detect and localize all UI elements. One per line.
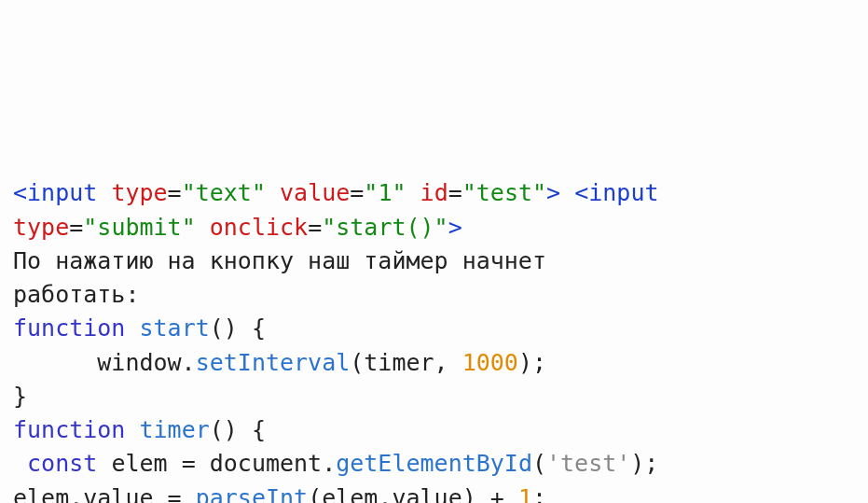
val-type-2: "submit": [83, 214, 195, 241]
obj-window: window.: [97, 349, 195, 376]
args-open-start: (timer,: [350, 349, 462, 376]
paren-open: (: [532, 450, 546, 477]
prose-line-1: По нажатию на кнопку наш таймер начнет: [13, 247, 546, 274]
call-parseint: parseInt: [196, 484, 308, 504]
kw-function-timer: function: [13, 416, 125, 443]
tag-close-2: >: [448, 214, 462, 241]
lhs-elemvalue: elem.value: [13, 484, 168, 504]
num-1: 1: [518, 484, 532, 504]
eq-1: =: [182, 450, 196, 477]
prose-line-2: работать:: [13, 281, 139, 308]
attr-value: value: [280, 179, 350, 206]
lit-test: 'test': [546, 450, 630, 477]
args-close-start: );: [518, 349, 546, 376]
attr-type-2: type: [13, 214, 69, 241]
val-value: "1": [364, 179, 406, 206]
sig-timer: () {: [210, 416, 266, 443]
call-setinterval: setInterval: [196, 349, 351, 376]
tag-open-input2: <input: [574, 179, 658, 206]
kw-const: const: [27, 450, 97, 477]
call-getelementbyid: getElementById: [336, 450, 532, 477]
val-type-1: "text": [182, 179, 266, 206]
tag-close-1: >: [546, 179, 560, 206]
arg-elemvalue: (elem.value) +: [308, 484, 518, 504]
sig-start: () {: [210, 314, 266, 342]
paren-close: );: [630, 450, 658, 477]
code-block: <input type="text" value="1" id="test"> …: [13, 143, 855, 503]
indent-timer: [13, 450, 27, 477]
attr-type-1: type: [111, 179, 167, 206]
semi: ;: [532, 484, 546, 504]
indent-start: [13, 349, 97, 376]
tag-open-input1: <input: [13, 179, 97, 206]
val-onclick: "start()": [322, 214, 448, 241]
sp: [182, 484, 196, 504]
brace-close-start: }: [13, 383, 27, 410]
val-id: "test": [462, 179, 546, 206]
attr-onclick: onclick: [210, 214, 308, 241]
kw-function-start: function: [13, 314, 125, 342]
fn-name-start: start: [139, 314, 209, 342]
num-1000: 1000: [462, 349, 518, 376]
attr-id: id: [420, 179, 448, 206]
rhs-document: document.: [196, 450, 337, 477]
eq-2: =: [168, 484, 182, 504]
fn-name-timer: timer: [139, 416, 209, 443]
lhs-elem: elem: [97, 450, 181, 477]
